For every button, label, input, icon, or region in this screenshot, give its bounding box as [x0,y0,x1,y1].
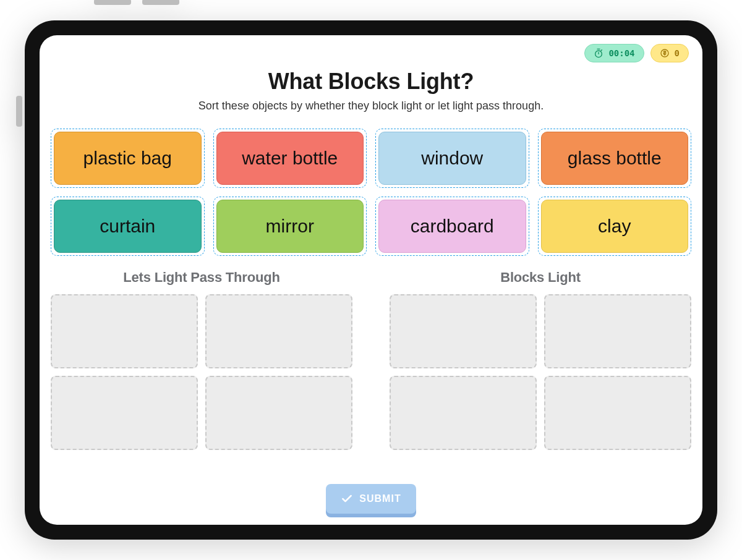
check-icon [341,493,353,505]
tablet-frame: 00:04 0 What Blocks Light? Sort [25,20,717,540]
tile-cell: glass bottle [538,129,692,188]
tablet-side-button [16,96,22,127]
drop-slot[interactable] [544,294,691,368]
drop-slot[interactable] [390,376,537,450]
drop-slot[interactable] [544,376,691,450]
drop-slot[interactable] [390,294,537,368]
submit-button[interactable]: SUBMIT [326,484,416,514]
timer-pill: 00:04 [584,44,644,62]
tile-cell: window [375,129,529,188]
draggable-tile[interactable]: water bottle [216,132,364,185]
stage: 00:04 0 What Blocks Light? Sort [0,0,742,560]
drop-slot[interactable] [205,294,352,368]
timer-value: 00:04 [608,48,634,58]
slot-grid-left [51,294,352,450]
tile-cell: plastic bag [51,129,205,188]
object-tiles-grid: plastic bagwater bottlewindowglass bottl… [51,129,691,256]
draggable-tile[interactable]: window [378,132,526,185]
draggable-tile[interactable]: curtain [54,200,202,253]
header: What Blocks Light? Sort these objects by… [51,69,691,112]
tablet-top-button-1 [94,0,131,5]
draggable-tile[interactable]: plastic bag [54,132,202,185]
drop-slot[interactable] [51,376,198,450]
status-row: 00:04 0 [584,44,689,62]
slot-grid-right [390,294,691,450]
screen: 00:04 0 What Blocks Light? Sort [40,35,702,525]
draggable-tile[interactable]: cardboard [378,200,526,253]
draggable-tile[interactable]: mirror [216,200,364,253]
drop-slot[interactable] [51,294,198,368]
coins-pill: 0 [650,44,689,62]
submit-label: SUBMIT [359,493,401,504]
tile-cell: curtain [51,197,205,256]
coin-icon [660,48,670,58]
drop-slot[interactable] [205,376,352,450]
tile-cell: water bottle [213,129,367,188]
zone-lets-light-pass: Lets Light Pass Through [51,269,352,450]
page-title: What Blocks Light? [51,69,691,95]
zone-title-right: Blocks Light [390,269,691,286]
tablet-top-button-2 [142,0,179,5]
zone-title-left: Lets Light Pass Through [51,269,352,286]
page-subtitle: Sort these objects by whether they block… [51,100,691,112]
tile-cell: mirror [213,197,367,256]
drop-zones: Lets Light Pass Through Blocks Light [51,269,691,450]
stopwatch-icon [594,48,603,58]
submit-row: SUBMIT [40,484,702,514]
tile-cell: clay [538,197,692,256]
coins-value: 0 [675,48,680,58]
draggable-tile[interactable]: clay [541,200,689,253]
tile-cell: cardboard [375,197,529,256]
zone-blocks-light: Blocks Light [390,269,691,450]
draggable-tile[interactable]: glass bottle [541,132,689,185]
